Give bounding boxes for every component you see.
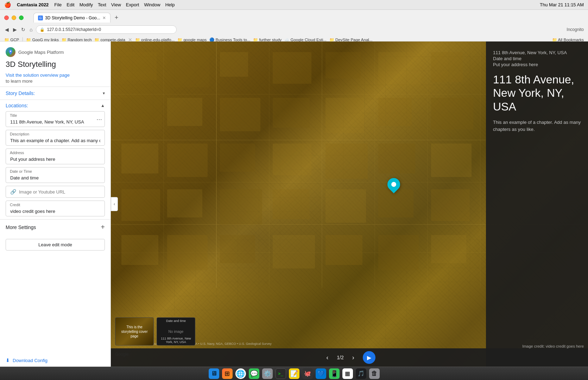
title-input[interactable] bbox=[6, 111, 105, 127]
svg-rect-20 bbox=[121, 98, 162, 129]
dock-phone[interactable]: 📱 bbox=[329, 368, 340, 379]
file-menu[interactable]: File bbox=[54, 2, 62, 7]
nav-page-indicator: 1/2 bbox=[337, 355, 343, 360]
panel-collapse-button[interactable]: ‹ bbox=[111, 197, 118, 211]
chapter-thumb-cover[interactable]: This is the storytelling cover page bbox=[115, 317, 154, 346]
svg-rect-30 bbox=[273, 144, 311, 175]
story-details-label: Story Details: bbox=[6, 90, 35, 96]
locations-label: Locations: bbox=[6, 103, 28, 108]
dock: 🖥 ⊞ 🌐 💬 ⚙️ >_ 📝 🐙 💙 📱 ▦ 🎵 🗑 bbox=[0, 367, 588, 380]
chapter-thumbnails: This is the storytelling cover page Date… bbox=[115, 317, 195, 346]
svg-rect-44 bbox=[273, 235, 315, 268]
dock-github[interactable]: 🐙 bbox=[302, 368, 313, 379]
svg-point-0 bbox=[10, 51, 11, 52]
location-form: Title ⋯ Description Address Date or Time bbox=[0, 111, 110, 219]
help-menu[interactable]: Help bbox=[165, 2, 175, 7]
credit-field: Credit bbox=[6, 201, 105, 216]
address-bar-row: ◀ ▶ ↻ ⌂ 🔒 127.0.0.1:5527/#chapterId=0 In… bbox=[0, 24, 588, 35]
tab-title: 3D Storytelling Demo - Goo... bbox=[45, 15, 100, 20]
info-panel: 111 8th Avenue, New York, NY, USA Date a… bbox=[486, 42, 588, 367]
edit-menu[interactable]: Edit bbox=[67, 2, 74, 7]
dock-music[interactable]: 🎵 bbox=[356, 368, 366, 379]
maps-logo bbox=[6, 47, 15, 57]
visit-solution-link[interactable]: Visit the solution overview page bbox=[6, 72, 105, 78]
incognito-label: Incognito bbox=[567, 27, 584, 32]
left-panel: Google Maps Platform 3D Storytelling Vis… bbox=[0, 42, 111, 367]
svg-rect-18 bbox=[378, 52, 421, 86]
url-text: 127.0.0.1:5527/#chapterId=0 bbox=[47, 27, 101, 32]
close-window-btn[interactable] bbox=[4, 15, 9, 20]
text-menu[interactable]: Text bbox=[98, 2, 106, 7]
dock-finder[interactable]: 🖥 bbox=[209, 368, 219, 379]
credit-label: Credit bbox=[10, 203, 20, 207]
minimize-window-btn[interactable] bbox=[12, 15, 16, 20]
map-area[interactable]: ‹ Google Google • Landsat / Copernicus •… bbox=[111, 42, 588, 367]
modify-menu[interactable]: Modify bbox=[80, 2, 93, 7]
chapter-thumb-1[interactable]: Date and time No image 111 8th Avenue, N… bbox=[157, 317, 195, 346]
dock-terminal[interactable]: >_ bbox=[276, 368, 286, 379]
description-input[interactable] bbox=[6, 130, 105, 146]
download-config-button[interactable]: ⬇ Download Config bbox=[0, 354, 110, 367]
url-bar[interactable]: 🔒 127.0.0.1:5527/#chapterId=0 bbox=[36, 25, 177, 34]
credit-input[interactable] bbox=[6, 201, 105, 216]
forward-button[interactable]: ▶ bbox=[12, 26, 18, 33]
dock-launchpad[interactable]: ⊞ bbox=[222, 368, 233, 379]
svg-rect-28 bbox=[167, 144, 208, 177]
svg-rect-38 bbox=[325, 189, 366, 223]
app-name: Camtasia 2022 bbox=[17, 2, 49, 7]
info-address-small2: Put your address here bbox=[493, 62, 581, 67]
svg-rect-13 bbox=[121, 52, 157, 80]
svg-rect-33 bbox=[431, 144, 472, 177]
address-input[interactable] bbox=[6, 148, 105, 164]
dock-trash[interactable]: 🗑 bbox=[369, 368, 380, 379]
svg-rect-31 bbox=[325, 144, 368, 179]
story-details-section[interactable]: Story Details: ▾ bbox=[0, 87, 110, 100]
nav-next-button[interactable]: › bbox=[349, 353, 357, 363]
url-input[interactable] bbox=[19, 189, 100, 195]
svg-rect-22 bbox=[220, 98, 260, 131]
svg-rect-23 bbox=[273, 98, 310, 128]
svg-rect-15 bbox=[220, 52, 248, 77]
browser-tab-active[interactable]: G 3D Storytelling Demo - Goo... ✕ bbox=[33, 13, 110, 23]
svg-rect-16 bbox=[273, 52, 311, 84]
dock-chrome[interactable]: 🌐 bbox=[235, 368, 246, 379]
dock-settings[interactable]: ⚙️ bbox=[262, 368, 273, 379]
menubar-datetime: Thu Mar 21 11:15 AM bbox=[540, 2, 584, 7]
link-icon: 🔗 bbox=[10, 189, 16, 195]
nav-prev-button[interactable]: ‹ bbox=[323, 353, 331, 363]
dock-messages[interactable]: 💬 bbox=[249, 368, 259, 379]
export-menu[interactable]: Export bbox=[126, 2, 139, 7]
window-menu[interactable]: Window bbox=[144, 2, 160, 7]
datetime-field: Date or Time bbox=[6, 167, 105, 183]
datetime-input[interactable] bbox=[6, 167, 105, 183]
svg-rect-36 bbox=[220, 189, 262, 224]
svg-rect-19 bbox=[431, 52, 463, 82]
more-settings-label: More Settings bbox=[6, 224, 36, 230]
cover-text: This is the storytelling cover page bbox=[119, 325, 150, 338]
title-field: Title ⋯ bbox=[6, 111, 105, 127]
leave-edit-button[interactable]: Leave edit mode bbox=[6, 239, 105, 251]
dock-notes[interactable]: 📝 bbox=[289, 368, 299, 379]
back-button[interactable]: ◀ bbox=[4, 26, 10, 33]
apple-menu[interactable]: 🍎 bbox=[4, 1, 11, 8]
new-tab-button[interactable]: + bbox=[113, 14, 120, 21]
browser-traffic-lights: G 3D Storytelling Demo - Goo... ✕ + bbox=[0, 10, 588, 24]
svg-rect-14 bbox=[167, 52, 209, 87]
nav-play-button[interactable]: ▶ bbox=[363, 351, 375, 364]
locations-section[interactable]: Locations: ▲ bbox=[0, 100, 110, 111]
maps-platform-text: Google Maps Platform bbox=[18, 50, 64, 55]
app-title: 3D Storytelling bbox=[6, 60, 105, 69]
tab-close-icon[interactable]: ✕ bbox=[102, 15, 106, 20]
svg-rect-39 bbox=[378, 189, 413, 217]
dock-qr[interactable]: ▦ bbox=[342, 368, 353, 379]
dock-vscode[interactable]: 💙 bbox=[316, 368, 326, 379]
more-settings-row[interactable]: More Settings + bbox=[0, 219, 110, 235]
menu-items: File Edit Modify Text View Export Window… bbox=[54, 2, 175, 7]
title-options-button[interactable]: ⋯ bbox=[96, 116, 102, 122]
home-button[interactable]: ⌂ bbox=[29, 26, 33, 33]
view-menu[interactable]: View bbox=[111, 2, 121, 7]
reload-button[interactable]: ↻ bbox=[20, 26, 26, 33]
maximize-window-btn[interactable] bbox=[19, 15, 24, 20]
more-settings-plus[interactable]: + bbox=[101, 223, 105, 231]
svg-rect-43 bbox=[220, 235, 255, 263]
